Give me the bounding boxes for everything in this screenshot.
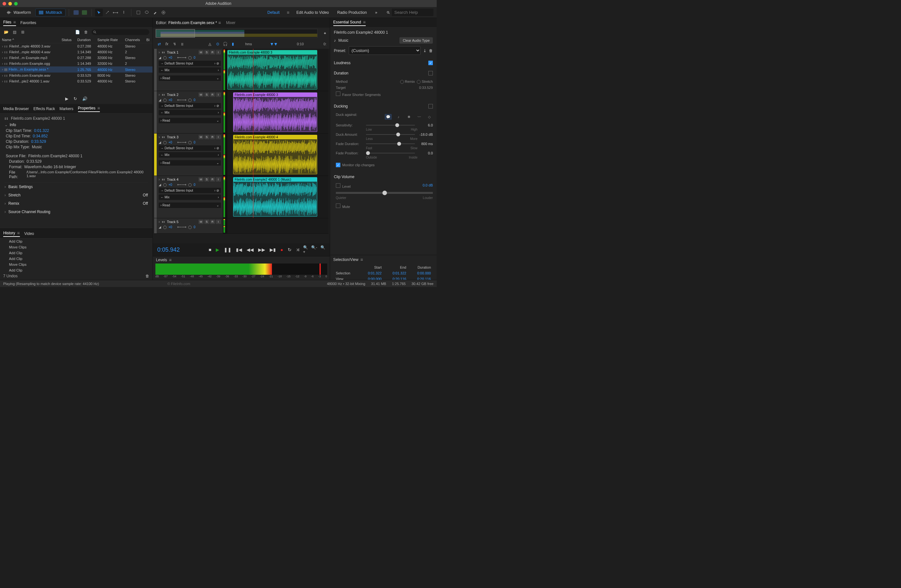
playhead[interactable] — [253, 91, 253, 133]
view-start[interactable]: 0:00.000 — [360, 276, 384, 280]
file-row[interactable]: ›⫾⫾FileInf...mple 48000 3.wav0:27.288480… — [0, 44, 153, 50]
play-button[interactable]: ▶ — [65, 96, 69, 101]
mute-button[interactable]: M — [198, 219, 204, 224]
selection-start[interactable]: 0:01.322 — [360, 271, 384, 276]
scroll-icon[interactable]: ▮ — [230, 41, 236, 47]
workspace-default[interactable]: Default — [266, 9, 281, 16]
maximize-window-button[interactable] — [14, 2, 18, 5]
track-color-strip[interactable] — [154, 49, 157, 91]
history-tab[interactable]: History ≡ — [3, 230, 20, 237]
zoom-fit-icon[interactable]: 🔍 — [320, 245, 325, 254]
clip-end-time[interactable]: 0:34.852 — [33, 134, 48, 138]
levels-menu-icon[interactable]: ≡ — [169, 257, 171, 263]
clip-duration[interactable]: 0:33.529 — [31, 139, 46, 144]
volume-dial-icon[interactable]: ◯ — [163, 225, 167, 229]
toggle-loop-icon[interactable]: ⇄ — [156, 41, 162, 47]
automation-mode-dropdown[interactable]: › Read⌄ — [159, 160, 221, 166]
col-name[interactable]: Name ^ — [0, 37, 60, 44]
clip-volume-slider[interactable] — [336, 192, 433, 194]
col-status[interactable]: Status — [60, 37, 75, 44]
input-dropdown[interactable]: → Default Stereo Input› ⊘ — [159, 103, 221, 109]
history-item[interactable]: Add Clip — [0, 238, 153, 244]
remix-section[interactable]: ›RemixOff — [5, 199, 148, 208]
search-help-input[interactable] — [392, 9, 433, 16]
view-end[interactable]: 0:20.116 — [384, 276, 408, 280]
stretch-radio[interactable] — [417, 80, 421, 84]
file-row[interactable]: ›⫾⫾FileInf...ple2 48000 1.wav0:33.529480… — [0, 78, 153, 84]
track-volume[interactable]: +0 — [168, 183, 172, 187]
mute-button[interactable]: M — [198, 92, 204, 97]
sensitivity-slider[interactable] — [366, 125, 415, 126]
overview-navigator[interactable] — [156, 29, 318, 38]
track-name[interactable]: Track 1 — [167, 50, 196, 54]
duration-checkbox[interactable] — [428, 71, 433, 75]
essential-sound-tab[interactable]: Essential Sound ≡ — [333, 20, 366, 26]
history-item[interactable]: Add Clip — [0, 250, 153, 256]
monitor-input-button[interactable]: I — [216, 177, 221, 182]
stretch-section[interactable]: ›StretchOff — [5, 191, 148, 199]
pause-button[interactable]: ❚❚ — [224, 247, 232, 252]
favor-shorter-checkbox[interactable] — [336, 92, 340, 96]
fx-icon[interactable]: fx — [164, 41, 170, 47]
level-checkbox[interactable] — [336, 183, 340, 188]
sends-icon[interactable]: ↯ — [171, 41, 178, 47]
audio-clip[interactable]: FileInfo.com Example 48000 4 — [233, 135, 317, 174]
ducking-checkbox[interactable] — [428, 104, 433, 109]
expand-track-icon[interactable]: › — [159, 219, 160, 224]
rewind-button[interactable]: ◀◀ — [246, 247, 254, 252]
zoom-in-icon[interactable]: 🔍+ — [303, 245, 308, 254]
file-row[interactable]: ›⫾⫾FileInfo.com Example.wav0:33.5298000 … — [0, 73, 153, 78]
new-file-icon[interactable]: ▤ — [12, 29, 17, 35]
audio-clip[interactable]: FileInfo.com Example 48000 3 — [228, 50, 317, 90]
razor-tool[interactable] — [103, 9, 111, 16]
track-content[interactable]: FileInfo.com Example2 48000 1 (Music) — [228, 176, 329, 218]
view-duration[interactable]: 0:20.116 — [409, 276, 433, 280]
auto-play-button[interactable]: 🔊 — [82, 96, 87, 101]
arm-record-button[interactable]: R — [210, 135, 215, 139]
col-duration[interactable]: Duration — [75, 37, 95, 44]
basic-settings-section[interactable]: ›Basic Settings — [5, 182, 148, 191]
expand-track-icon[interactable]: › — [159, 50, 160, 54]
spectral-pitch-button[interactable] — [81, 9, 88, 16]
monitor-input-button[interactable]: I — [216, 50, 221, 54]
track-pan[interactable]: 0 — [193, 183, 196, 187]
duck-amount-slider[interactable] — [366, 134, 415, 135]
files-search-input[interactable] — [92, 29, 149, 35]
arm-record-button[interactable]: R — [210, 219, 215, 224]
loop-playback-button[interactable]: ↻ — [288, 247, 292, 252]
minimize-window-button[interactable] — [8, 2, 12, 5]
loop-button[interactable]: ↻ — [73, 96, 77, 101]
track-volume[interactable]: +0 — [168, 98, 172, 102]
solo-button[interactable]: S — [204, 50, 209, 54]
waveform-mode-button[interactable]: Waveform — [3, 9, 34, 16]
solo-button[interactable]: S — [204, 135, 209, 139]
automation-mode-dropdown[interactable]: › Read⌄ — [159, 75, 221, 81]
insert-clip-icon[interactable]: 📄 — [75, 29, 81, 35]
automation-mode-dropdown[interactable]: › Read⌄ — [159, 202, 221, 208]
markers-tab[interactable]: Markers — [59, 107, 73, 111]
file-row[interactable]: ›⫾⫾FileInf...mple 48000 4.wav1:14.349480… — [0, 49, 153, 55]
new-multitrack-icon[interactable]: ⊞ — [20, 29, 26, 35]
media-browser-tab[interactable]: Media Browser — [3, 107, 29, 111]
track-pan[interactable]: 0 — [193, 141, 196, 144]
output-dropdown[interactable]: ← Mix› — [159, 152, 221, 157]
brush-tool[interactable] — [151, 9, 159, 16]
playhead[interactable] — [253, 49, 253, 91]
slip-tool[interactable]: ⟷ — [112, 9, 120, 16]
mute-button[interactable]: M — [198, 177, 204, 182]
duck-ambience-icon[interactable]: 〰 — [416, 114, 422, 120]
track-volume[interactable]: +0 — [168, 141, 172, 144]
track-name[interactable]: Track 2 — [167, 93, 196, 96]
playhead-time[interactable]: 0:05.942 — [157, 246, 180, 253]
lasso-tool[interactable] — [143, 9, 151, 16]
file-row[interactable]: ›▤FileIn...m Example.sesx *1:25.76548000… — [0, 67, 153, 73]
loudness-checkbox[interactable] — [428, 61, 433, 65]
source-channel-routing-section[interactable]: ›Source Channel Routing — [5, 208, 148, 216]
arm-record-button[interactable]: R — [210, 92, 215, 97]
preset-select[interactable]: (Custom) — [349, 46, 421, 55]
open-file-icon[interactable]: 📂 — [3, 29, 9, 35]
track-volume[interactable]: +0 — [168, 225, 172, 229]
track-content[interactable] — [228, 218, 329, 233]
duck-unassigned-icon[interactable]: ◇ — [426, 114, 433, 120]
level-value[interactable]: 0.0 dB — [422, 183, 433, 188]
